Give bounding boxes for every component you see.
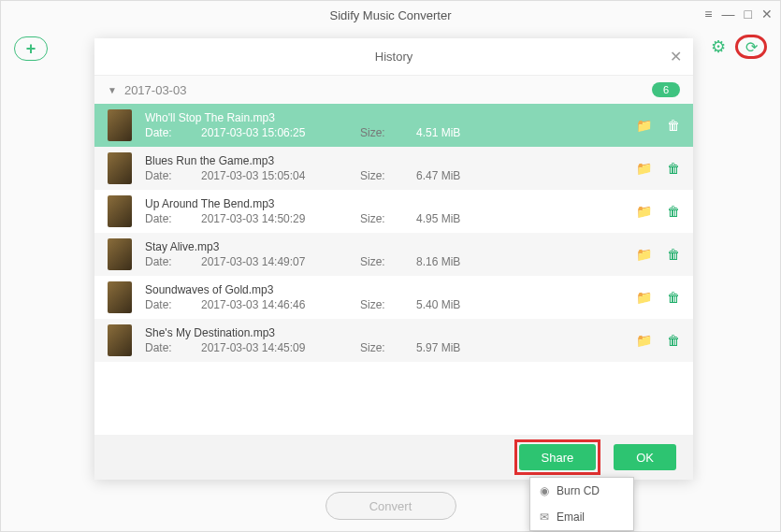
trash-icon[interactable]: 🗑	[667, 161, 680, 176]
folder-icon[interactable]: 📁	[636, 161, 652, 176]
date-value: 2017-03-03 14:50:29	[201, 212, 341, 225]
history-item[interactable]: Stay Alive.mp3Date:2017-03-03 14:49:07Si…	[94, 233, 693, 276]
item-meta: Date:2017-03-03 15:05:04Size:6.47 MiB	[145, 169, 636, 182]
share-menu-burn-cd[interactable]: ◉ Burn CD	[530, 478, 633, 504]
history-item[interactable]: Blues Run the Game.mp3Date:2017-03-03 15…	[94, 147, 693, 190]
history-item[interactable]: Who'll Stop The Rain.mp3Date:2017-03-03 …	[94, 104, 693, 147]
email-icon: ✉	[540, 510, 549, 524]
item-actions: 📁🗑	[636, 333, 680, 348]
trash-icon[interactable]: 🗑	[667, 247, 680, 262]
main-window: Sidify Music Converter ≡ — □ ✕ + ⚙ ⟳ Con…	[0, 0, 781, 532]
chevron-down-icon[interactable]: ▼	[108, 85, 117, 95]
history-footer: Share OK	[94, 435, 693, 480]
size-value: 4.51 MiB	[416, 126, 557, 139]
trash-icon[interactable]: 🗑	[667, 204, 680, 219]
size-label: Size:	[360, 298, 398, 311]
file-name: Who'll Stop The Rain.mp3	[145, 111, 636, 124]
item-actions: 📁🗑	[636, 290, 680, 305]
history-title: History	[375, 50, 412, 64]
album-thumbnail	[108, 195, 132, 227]
file-name: She's My Destination.mp3	[145, 326, 636, 339]
burn-cd-label: Burn CD	[557, 484, 600, 497]
close-icon[interactable]: ✕	[670, 48, 682, 65]
share-menu-email[interactable]: ✉ Email	[530, 504, 633, 530]
share-label: Share	[542, 451, 574, 465]
date-value: 2017-03-03 15:06:25	[201, 126, 341, 139]
item-actions: 📁🗑	[636, 204, 680, 219]
ok-label: OK	[636, 451, 654, 465]
item-meta: Date:2017-03-03 15:06:25Size:4.51 MiB	[145, 126, 636, 139]
group-count-badge: 6	[652, 82, 680, 97]
date-value: 2017-03-03 14:45:09	[201, 341, 341, 354]
item-actions: 📁🗑	[636, 161, 680, 176]
history-header: History ✕	[94, 38, 693, 76]
item-actions: 📁🗑	[636, 118, 680, 133]
folder-icon[interactable]: 📁	[636, 118, 652, 133]
folder-icon[interactable]: 📁	[636, 204, 652, 219]
ok-button[interactable]: OK	[614, 444, 676, 470]
app-title: Sidify Music Converter	[329, 8, 451, 22]
email-label: Email	[557, 510, 585, 524]
size-value: 6.47 MiB	[416, 169, 557, 182]
share-button-highlight: Share	[514, 439, 601, 475]
history-panel: History ✕ ▼ 2017-03-03 6 Who'll Stop The…	[94, 38, 693, 480]
folder-icon[interactable]: 📁	[636, 247, 652, 262]
share-dropdown: ◉ Burn CD ✉ Email	[529, 477, 634, 531]
menu-icon[interactable]: ≡	[704, 7, 712, 22]
folder-icon[interactable]: 📁	[636, 290, 652, 305]
size-label: Size:	[360, 126, 398, 139]
close-window-icon[interactable]: ✕	[761, 7, 773, 22]
trash-icon[interactable]: 🗑	[667, 290, 680, 305]
history-group-row[interactable]: ▼ 2017-03-03 6	[94, 76, 693, 104]
item-meta: Date:2017-03-03 14:49:07Size:8.16 MiB	[145, 255, 636, 268]
album-thumbnail	[108, 281, 132, 313]
item-info: Soundwaves of Gold.mp3Date:2017-03-03 14…	[145, 283, 636, 311]
item-info: Stay Alive.mp3Date:2017-03-03 14:49:07Si…	[145, 240, 636, 268]
size-value: 8.16 MiB	[416, 255, 557, 268]
trash-icon[interactable]: 🗑	[667, 118, 680, 133]
history-item[interactable]: Up Around The Bend.mp3Date:2017-03-03 14…	[94, 190, 693, 233]
date-value: 2017-03-03 14:46:46	[201, 298, 341, 311]
item-actions: 📁🗑	[636, 247, 680, 262]
date-label: Date:	[145, 255, 182, 268]
album-thumbnail	[108, 109, 132, 141]
titlebar: Sidify Music Converter ≡ — □ ✕	[1, 1, 780, 29]
file-name: Blues Run the Game.mp3	[145, 154, 636, 167]
date-label: Date:	[145, 298, 182, 311]
album-thumbnail	[108, 324, 132, 356]
date-value: 2017-03-03 14:49:07	[201, 255, 341, 268]
item-meta: Date:2017-03-03 14:45:09Size:5.97 MiB	[145, 341, 636, 354]
size-label: Size:	[360, 255, 398, 268]
date-label: Date:	[145, 212, 182, 225]
disc-icon: ◉	[540, 484, 549, 497]
size-label: Size:	[360, 212, 398, 225]
date-label: Date:	[145, 126, 182, 139]
item-info: Who'll Stop The Rain.mp3Date:2017-03-03 …	[145, 111, 636, 139]
item-meta: Date:2017-03-03 14:50:29Size:4.95 MiB	[145, 212, 636, 225]
file-name: Soundwaves of Gold.mp3	[145, 283, 636, 296]
file-name: Up Around The Bend.mp3	[145, 197, 636, 210]
item-meta: Date:2017-03-03 14:46:46Size:5.40 MiB	[145, 298, 636, 311]
item-info: Up Around The Bend.mp3Date:2017-03-03 14…	[145, 197, 636, 225]
group-date: 2017-03-03	[124, 83, 187, 97]
size-label: Size:	[360, 169, 398, 182]
album-thumbnail	[108, 238, 132, 270]
window-controls: ≡ — □ ✕	[704, 7, 773, 22]
size-value: 4.95 MiB	[416, 212, 557, 225]
trash-icon[interactable]: 🗑	[667, 333, 680, 348]
file-name: Stay Alive.mp3	[145, 240, 636, 253]
minimize-icon[interactable]: —	[722, 7, 735, 22]
date-label: Date:	[145, 341, 182, 354]
date-label: Date:	[145, 169, 182, 182]
folder-icon[interactable]: 📁	[636, 333, 652, 348]
date-value: 2017-03-03 15:05:04	[201, 169, 341, 182]
item-info: Blues Run the Game.mp3Date:2017-03-03 15…	[145, 154, 636, 182]
maximize-icon[interactable]: □	[745, 7, 752, 22]
history-item[interactable]: She's My Destination.mp3Date:2017-03-03 …	[94, 319, 693, 362]
share-button[interactable]: Share	[519, 444, 597, 470]
history-item[interactable]: Soundwaves of Gold.mp3Date:2017-03-03 14…	[94, 276, 693, 319]
size-value: 5.97 MiB	[416, 341, 557, 354]
item-info: She's My Destination.mp3Date:2017-03-03 …	[145, 326, 636, 354]
history-list: Who'll Stop The Rain.mp3Date:2017-03-03 …	[94, 104, 693, 435]
size-label: Size:	[360, 341, 398, 354]
